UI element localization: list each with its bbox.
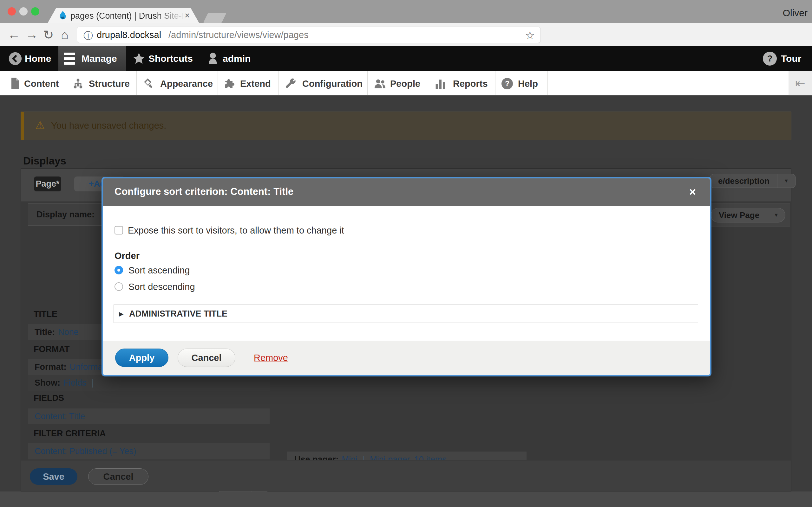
home-icon[interactable]: ⌂ (61, 27, 68, 42)
tab-title: pages (Content) | Drush Site-In (70, 11, 189, 21)
configure-sort-modal: Configure sort criterion: Content: Title… (101, 177, 711, 377)
filter-row: Content: Published (= Yes) (28, 443, 270, 459)
title-none-link[interactable]: None (58, 327, 79, 337)
browser-tab[interactable]: pages (Content) | Drush Site-In × (48, 8, 199, 23)
back-to-site-icon (8, 52, 22, 66)
browser-toolbar: ← → ↻ ⌂ ⓘ drupal8.docksal /admin/structu… (0, 23, 812, 46)
title-section-header: TITLE (34, 309, 57, 319)
expose-sort-label: Expose this sort to visitors, to allow t… (128, 225, 344, 236)
url-field[interactable]: ⓘ drupal8.docksal /admin/structure/views… (77, 26, 541, 43)
user-icon (207, 52, 219, 66)
display-tab-page[interactable]: Page* (34, 176, 61, 191)
modal-footer: Apply Cancel Remove (103, 341, 710, 375)
modal-header[interactable]: Configure sort criterion: Content: Title… (103, 178, 710, 206)
apply-button[interactable]: Apply (115, 349, 168, 367)
sort-ascending-radio[interactable] (114, 266, 123, 274)
file-icon (10, 78, 20, 89)
screen: pages (Content) | Drush Site-In × Oliver… (0, 0, 812, 507)
paintbrush-icon (143, 78, 154, 89)
show-fields-link[interactable]: Fields (63, 378, 86, 388)
panel-footer: Save Cancel (21, 460, 791, 491)
url-host: drupal8.docksal (97, 30, 161, 40)
org-chart-icon (72, 78, 84, 89)
order-label: Order (114, 250, 140, 261)
modal-close-icon[interactable]: × (689, 185, 696, 199)
warning-icon: ⚠ (35, 119, 45, 131)
modal-body: Expose this sort to visitors, to allow t… (103, 206, 710, 341)
tour-question-icon: ? (763, 52, 777, 66)
sort-ascending-label: Sort ascending (129, 265, 190, 276)
administrative-title-label: ADMINISTRATIVE TITLE (129, 309, 227, 319)
edit-view-name-button[interactable]: e/description ▼ (710, 174, 796, 188)
view-page-container: View Page ▼ (706, 204, 790, 227)
administrative-title-details[interactable]: ▶ ADMINISTRATIVE TITLE (113, 304, 698, 323)
remove-link[interactable]: Remove (254, 353, 288, 363)
format-link[interactable]: Unforma (70, 362, 103, 372)
puzzle-icon (224, 78, 235, 89)
window-minimize-button[interactable] (19, 7, 28, 15)
bookmark-star-icon[interactable]: ☆ (525, 29, 535, 42)
wrench-icon (285, 78, 296, 89)
back-icon[interactable]: ← (8, 27, 20, 42)
help-question-icon: ? (502, 78, 513, 89)
browser-tab-bar: pages (Content) | Drush Site-In × Oliver (0, 0, 812, 23)
view-page-button[interactable]: View Page ▼ (711, 208, 785, 222)
cancel-button[interactable]: Cancel (88, 468, 148, 485)
show-row: Show: Fields | (28, 375, 270, 391)
drupal-menu-bar: Content Structure Appearance Extend Conf… (0, 71, 812, 95)
format-section-header: FORMAT (34, 344, 69, 354)
url-path: /admin/structure/views/view/pages (168, 30, 309, 40)
warning-text: You have unsaved changes. (51, 120, 166, 131)
fields-section-header: FIELDS (34, 393, 64, 403)
sort-descending-radio[interactable] (114, 282, 123, 291)
collapse-icon: ⇤ (795, 77, 805, 90)
fields-row: Content: Title (28, 408, 270, 424)
star-icon (133, 52, 145, 65)
details-arrow-icon: ▶ (119, 310, 124, 318)
sort-descending-label: Sort descending (129, 282, 195, 292)
window-zoom-button[interactable] (31, 7, 39, 15)
modal-cancel-button[interactable]: Cancel (177, 349, 235, 367)
bar-chart-icon (435, 78, 445, 89)
fields-content-title-link[interactable]: Content: Title (35, 412, 85, 421)
reload-icon[interactable]: ↻ (43, 27, 54, 42)
people-icon (374, 78, 386, 89)
unsaved-changes-warning: ⚠ You have unsaved changes. (20, 112, 792, 140)
chevron-down-icon: ▼ (767, 212, 785, 218)
chevron-down-icon: ▼ (777, 178, 795, 184)
forward-icon[interactable]: → (26, 27, 38, 42)
toolbar-collapse-button[interactable]: ⇤ (789, 71, 812, 95)
drupal-favicon-icon (58, 11, 67, 21)
browser-profile-name[interactable]: Oliver (783, 8, 808, 18)
toolbar-item-manage[interactable]: Manage (58, 46, 126, 71)
filter-published-link[interactable]: Content: Published (= Yes) (35, 447, 136, 456)
drupal-admin-toolbar: Manage Home Shortcuts admin ? Tour (0, 46, 812, 71)
window-close-button[interactable] (8, 7, 16, 15)
filter-section-header: FILTER CRITERIA (34, 429, 106, 439)
tab-close-icon[interactable]: × (185, 11, 190, 20)
save-button[interactable]: Save (30, 468, 78, 485)
new-tab-button[interactable] (203, 13, 226, 23)
page-background (0, 492, 812, 507)
expose-sort-checkbox[interactable] (114, 226, 123, 234)
displays-heading: Displays (23, 155, 66, 167)
modal-title: Configure sort criterion: Content: Title (114, 186, 293, 198)
page-info-icon[interactable]: ⓘ (84, 30, 93, 43)
